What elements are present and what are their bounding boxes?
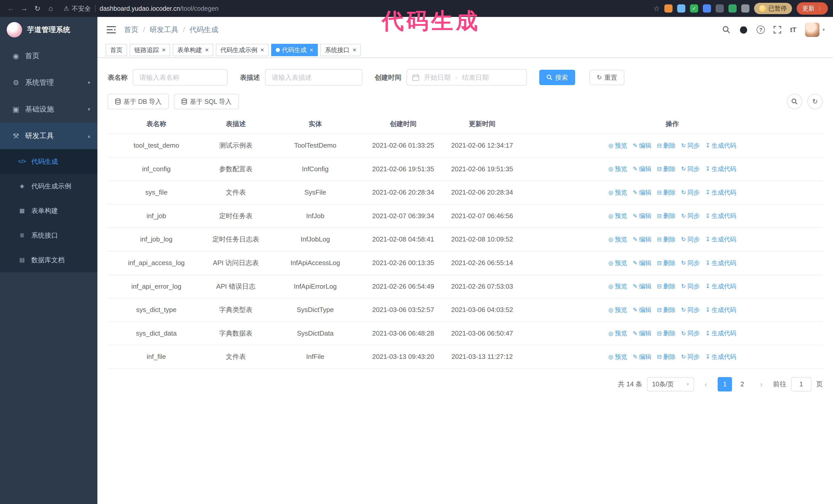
tab-close-icon[interactable]: × [310, 47, 313, 53]
action-edit[interactable]: ✎编辑 [633, 282, 651, 291]
action-sync[interactable]: ↻同步 [681, 188, 700, 197]
sidebar-item-devtools[interactable]: ⚒研发工具▴ [0, 123, 97, 149]
user-menu[interactable]: ▾ [805, 23, 825, 37]
paused-badge[interactable]: 已暂停 [754, 3, 792, 14]
action-sync[interactable]: ↻同步 [681, 235, 700, 244]
tab-代码生成示例[interactable]: 代码生成示例× [216, 44, 269, 56]
action-generate[interactable]: ↧生成代码 [705, 235, 736, 244]
check-extension-icon[interactable]: ✓ [690, 4, 698, 13]
fox-extension-icon[interactable] [664, 4, 672, 13]
date-range-picker[interactable]: 开始日期 - 结束日期 [406, 69, 527, 86]
goto-page-input[interactable] [791, 377, 811, 391]
drop-extension-icon[interactable] [677, 4, 685, 13]
action-edit[interactable]: ✎编辑 [633, 258, 651, 268]
action-edit[interactable]: ✎编辑 [633, 329, 651, 338]
tab-系统接口[interactable]: 系统接口× [320, 44, 361, 56]
puzzle-extension-icon[interactable] [741, 4, 749, 13]
action-sync[interactable]: ↻同步 [681, 305, 700, 315]
home-icon[interactable]: ⌂ [45, 3, 56, 14]
tab-首页[interactable]: 首页 [105, 44, 127, 56]
sidebar-subitem-codegen[interactable]: </>代码生成 [0, 149, 97, 174]
action-delete[interactable]: ⊟删除 [657, 188, 675, 197]
action-delete[interactable]: ⊟删除 [657, 235, 675, 244]
leaf-extension-icon[interactable] [729, 4, 737, 13]
action-sync[interactable]: ↻同步 [681, 211, 700, 221]
action-generate[interactable]: ↧生成代码 [705, 258, 736, 268]
action-delete[interactable]: ⊟删除 [657, 352, 675, 362]
action-preview[interactable]: ◎预览 [609, 188, 627, 197]
sidebar-subitem-codegen-example[interactable]: ◈代码生成示例 [0, 174, 97, 198]
sidebar-item-system[interactable]: ⚙系统管理▾ [0, 69, 97, 96]
sidebar-item-infra[interactable]: ▣基础设施▾ [0, 96, 97, 123]
action-delete[interactable]: ⊟删除 [657, 282, 675, 291]
table-name-input[interactable] [133, 69, 228, 86]
prev-page-button[interactable]: ‹ [699, 377, 713, 391]
action-generate[interactable]: ↧生成代码 [705, 164, 736, 174]
reset-button[interactable]: ↻ 重置 [590, 70, 624, 85]
action-generate[interactable]: ↧生成代码 [705, 188, 736, 197]
page-number[interactable]: 2 [735, 377, 749, 391]
action-delete[interactable]: ⊟删除 [657, 258, 675, 268]
refresh-button[interactable]: ↻ [807, 94, 823, 109]
tab-close-icon[interactable]: × [205, 47, 209, 53]
action-generate[interactable]: ↧生成代码 [705, 352, 736, 362]
github-icon[interactable] [739, 25, 748, 34]
action-preview[interactable]: ◎预览 [609, 258, 627, 268]
font-size-icon[interactable]: tT [790, 26, 796, 34]
sidebar-logo-row[interactable]: 芋道管理系统 [0, 17, 97, 43]
next-page-button[interactable]: › [754, 377, 768, 391]
bookmark-star-icon[interactable]: ☆ [653, 4, 660, 13]
action-preview[interactable]: ◎预览 [609, 329, 627, 338]
action-preview[interactable]: ◎预览 [609, 282, 627, 291]
action-sync[interactable]: ↻同步 [681, 329, 700, 338]
import-db-button[interactable]: 基于 DB 导入 [108, 94, 169, 109]
search-icon[interactable] [722, 26, 731, 34]
hamburger-icon[interactable] [105, 24, 117, 35]
forward-icon[interactable]: → [19, 3, 30, 14]
action-edit[interactable]: ✎编辑 [633, 352, 651, 362]
tab-close-icon[interactable]: × [260, 47, 264, 53]
sidebar-subitem-db-doc[interactable]: ▤数据库文档 [0, 248, 97, 272]
table-desc-input[interactable] [265, 69, 362, 86]
action-preview[interactable]: ◎预览 [609, 211, 627, 221]
action-generate[interactable]: ↧生成代码 [705, 211, 736, 221]
tab-表单构建[interactable]: 表单构建× [173, 44, 213, 56]
action-edit[interactable]: ✎编辑 [633, 211, 651, 221]
update-button[interactable]: 更新 ⋮ [796, 2, 828, 15]
search-button[interactable]: 搜索 [539, 70, 575, 85]
fullscreen-icon[interactable] [774, 26, 781, 33]
action-preview[interactable]: ◎预览 [609, 352, 627, 362]
people-extension-icon[interactable] [703, 4, 711, 13]
reload-icon[interactable]: ↻ [32, 3, 43, 14]
action-preview[interactable]: ◎预览 [609, 305, 627, 315]
action-edit[interactable]: ✎编辑 [633, 164, 651, 174]
action-edit[interactable]: ✎编辑 [633, 141, 651, 150]
address-bar[interactable]: ⚠ 不安全 dashboard.yudao.iocoder.cn/tool/co… [58, 4, 651, 13]
page-size-select[interactable]: 10条/页 ▾ [647, 377, 694, 391]
card-extension-icon[interactable] [716, 4, 724, 13]
action-preview[interactable]: ◎预览 [609, 164, 627, 174]
sidebar-subitem-form-builder[interactable]: ▦表单构建 [0, 198, 97, 223]
sidebar-item-home[interactable]: ◉首页 [0, 43, 97, 69]
tab-close-icon[interactable]: × [162, 47, 166, 53]
action-generate[interactable]: ↧生成代码 [705, 141, 736, 150]
action-delete[interactable]: ⊟删除 [657, 164, 675, 174]
import-sql-button[interactable]: 基于 SQL 导入 [174, 94, 239, 109]
tab-close-icon[interactable]: × [353, 47, 356, 53]
breadcrumb-item[interactable]: 首页 [124, 25, 138, 34]
action-sync[interactable]: ↻同步 [681, 352, 700, 362]
action-edit[interactable]: ✎编辑 [633, 235, 651, 244]
page-number[interactable]: 1 [718, 377, 732, 391]
action-delete[interactable]: ⊟删除 [657, 305, 675, 315]
action-generate[interactable]: ↧生成代码 [705, 305, 736, 315]
action-delete[interactable]: ⊟删除 [657, 329, 675, 338]
action-edit[interactable]: ✎编辑 [633, 305, 651, 315]
tab-代码生成[interactable]: 代码生成× [271, 44, 318, 56]
breadcrumb-item[interactable]: 研发工具 [150, 25, 178, 34]
action-generate[interactable]: ↧生成代码 [705, 282, 736, 291]
toggle-search-button[interactable] [787, 94, 802, 109]
back-icon[interactable]: ← [5, 3, 17, 14]
action-sync[interactable]: ↻同步 [681, 164, 700, 174]
action-sync[interactable]: ↻同步 [681, 258, 700, 268]
tab-链路追踪[interactable]: 链路追踪× [130, 44, 170, 56]
